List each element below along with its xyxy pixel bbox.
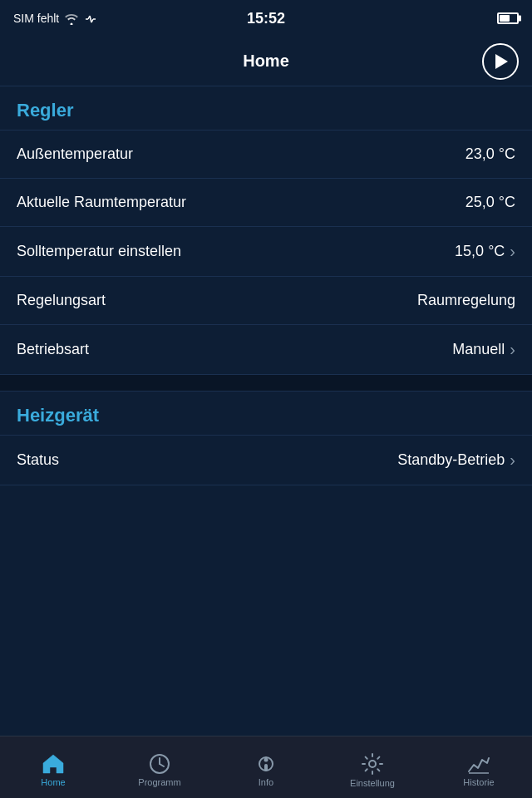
tab-home-label: Home [41,777,65,787]
heizgeraet-section-header: Heizgerät [0,392,532,436]
tab-home[interactable]: Home [0,736,106,798]
betriebsart-chevron-icon: › [510,340,515,359]
solltemperatur-value: 15,0 °C › [455,242,515,261]
regler-section-header: Regler [0,86,532,131]
tab-programm[interactable]: Programm [106,736,213,798]
nav-title: Home [243,52,289,71]
activity-icon [84,12,97,26]
tab-info[interactable]: Info [213,736,319,798]
tab-historie-label: Historie [463,777,494,787]
status-time: 15:52 [247,10,285,27]
aussentemperatur-value: 23,0 °C [466,145,515,163]
play-triangle-icon [495,54,508,69]
status-bar: SIM fehlt 15:52 [0,0,532,37]
play-button[interactable] [482,43,519,80]
status-value: Standby-Betrieb › [397,451,515,470]
solltemperatur-row[interactable]: Solltemperatur einstellen 15,0 °C › [0,227,532,277]
tab-historie[interactable]: Historie [426,736,532,798]
raumtemperatur-label: Aktuelle Raumtemperatur [17,194,186,211]
status-row[interactable]: Status Standby-Betrieb › [0,436,532,485]
aussentemperatur-label: Außentemperatur [17,145,133,163]
tab-einstellung-label: Einstellung [350,778,395,788]
tab-programm-label: Programm [138,777,180,787]
betriebsart-row[interactable]: Betriebsart Manuell › [0,325,532,375]
gear-icon [361,752,384,776]
status-label: Status [17,451,59,469]
battery-icon [497,12,519,24]
main-content: Regler Außentemperatur 23,0 °C Aktuelle … [0,86,532,736]
solltemperatur-chevron-icon: › [510,242,515,261]
clock-icon [149,753,170,775]
tab-info-label: Info [259,777,273,787]
svg-point-8 [264,757,268,761]
aussentemperatur-row: Außentemperatur 23,0 °C [0,131,532,179]
svg-line-3 [91,19,93,22]
nav-bar: Home [0,37,532,86]
home-icon [42,753,65,775]
solltemperatur-label: Solltemperatur einstellen [17,243,181,260]
tab-einstellung[interactable]: Einstellung [319,736,426,798]
sim-text: SIM fehlt [13,12,59,25]
svg-line-2 [90,16,91,22]
svg-line-7 [160,764,164,766]
regelungsart-label: Regelungsart [17,292,106,309]
wifi-icon [64,13,79,25]
betriebsart-value: Manuell › [452,340,515,359]
regelungsart-row: Regelungsart Raumregelung [0,277,532,325]
svg-point-11 [369,761,376,767]
status-chevron-icon: › [510,451,515,470]
info-icon [257,753,275,775]
tab-bar: Home Programm Info Einstellung His [0,736,532,798]
status-left: SIM fehlt [13,12,97,26]
regelungsart-value: Raumregelung [417,292,515,309]
section-spacer [0,375,532,392]
chart-icon [467,753,490,775]
status-right [497,12,519,24]
raumtemperatur-row: Aktuelle Raumtemperatur 25,0 °C [0,179,532,227]
betriebsart-label: Betriebsart [17,341,89,358]
raumtemperatur-value: 25,0 °C [466,194,515,211]
